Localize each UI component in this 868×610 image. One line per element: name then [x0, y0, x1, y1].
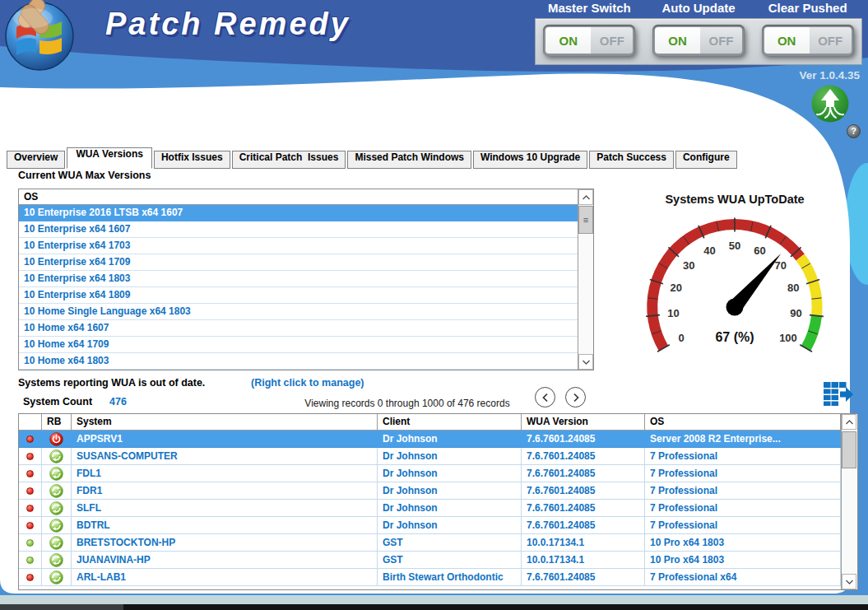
system-cell: ARL-LAB1	[72, 569, 378, 586]
svg-text:20: 20	[670, 282, 681, 294]
systems-table-body: APPSRV1 Dr Johnson 7.6.7601.24085 Server…	[19, 431, 857, 586]
table-row-susans-computer[interactable]: SUSANS-COMPUTER Dr Johnson 7.6.7601.2408…	[19, 448, 857, 465]
table-row-slfl[interactable]: SLFL Dr Johnson 7.6.7601.24085 7 Profess…	[19, 500, 857, 517]
toggle-switch-clear-pushed[interactable]: ON OFF	[762, 25, 854, 56]
os-column-header[interactable]: OS	[645, 414, 841, 430]
system-cell: BRETSTOCKTON-HP	[72, 534, 378, 552]
next-page-button[interactable]	[565, 387, 586, 407]
table-row-juanavina-hp[interactable]: JUANAVINA-HP GST 10.0.17134.1 10 Pro x64…	[19, 552, 857, 569]
scroll-down-icon[interactable]	[578, 354, 593, 370]
out-of-date-label: Systems reporting WUA is out of date.	[18, 377, 205, 389]
svg-text:40: 40	[703, 244, 715, 257]
table-row-fdl1[interactable]: FDL1 Dr Johnson 7.6.7601.24085 7 Profess…	[19, 465, 857, 482]
os-version-item[interactable]: 10 Home Single Language x64 1803	[19, 304, 578, 320]
wua-version-cell: 7.6.7601.24085	[522, 569, 645, 586]
reboot-icon[interactable]	[42, 517, 72, 534]
toggle-switch-master-switch[interactable]: ON OFF	[543, 25, 635, 56]
client-column-header[interactable]: Client	[378, 414, 522, 430]
os-version-item[interactable]: 10 Home x64 1607	[19, 320, 578, 337]
switch-row: Master Switch ON OFF Auto Update ON OFF …	[535, 1, 862, 67]
system-column-header[interactable]: System	[72, 414, 378, 430]
toggle-on-side[interactable]: ON	[545, 27, 591, 54]
prev-page-button[interactable]	[535, 387, 555, 407]
systems-table: RB System Client WUA Version OS APPSRV1 …	[18, 413, 858, 590]
client-cell: Birth Stewart Orthodontic	[378, 569, 522, 586]
toggle-on-side[interactable]: ON	[764, 27, 810, 54]
system-cell: FDL1	[72, 465, 378, 482]
reboot-icon[interactable]	[42, 482, 72, 500]
svg-text:90: 90	[790, 307, 801, 319]
tab-patch-success[interactable]: Patch Success	[589, 151, 674, 169]
help-icon[interactable]: ?	[847, 124, 861, 138]
reboot-icon[interactable]	[42, 552, 72, 569]
table-row-fdr1[interactable]: FDR1 Dr Johnson 7.6.7601.24085 7 Profess…	[19, 482, 857, 500]
os-list-scrollbar[interactable]: ≡	[578, 189, 593, 370]
export-table-icon[interactable]	[823, 380, 854, 407]
toggle-off-side[interactable]: OFF	[810, 27, 852, 54]
os-version-item[interactable]: 10 Home x64 1803	[19, 353, 578, 370]
os-version-listbox: OS 10 Enterprise 2016 LTSB x64 160710 En…	[18, 189, 594, 370]
chevron-right-icon	[572, 393, 580, 403]
os-list-header[interactable]: OS	[19, 189, 578, 205]
switch-column: Clear Pushed ON OFF	[753, 1, 862, 67]
os-version-item[interactable]: 10 Enterprise x64 1703	[19, 238, 578, 254]
tab-hotfix-issues[interactable]: Hotfix Issues	[154, 151, 230, 169]
status-dot	[26, 556, 34, 564]
scroll-up-icon[interactable]	[578, 189, 593, 205]
os-version-item[interactable]: 10 Enterprise x64 1709	[19, 254, 578, 271]
os-version-item[interactable]: 10 Enterprise 2016 LTSB x64 1607	[19, 205, 578, 221]
table-row-appsrv1[interactable]: APPSRV1 Dr Johnson 7.6.7601.24085 Server…	[19, 431, 857, 448]
status-column-header[interactable]	[19, 414, 42, 430]
scroll-up-icon[interactable]	[842, 414, 856, 430]
wua-version-column-header[interactable]: WUA Version	[522, 414, 645, 430]
switch-column: Master Switch ON OFF	[535, 1, 644, 67]
os-version-item[interactable]: 10 Home x64 1709	[19, 337, 578, 353]
reboot-icon[interactable]	[42, 465, 72, 482]
reboot-icon[interactable]	[42, 534, 72, 552]
wua-version-cell: 7.6.7601.24085	[522, 431, 645, 448]
toggle-off-side[interactable]: OFF	[591, 27, 633, 54]
reboot-icon[interactable]	[42, 500, 72, 517]
svg-text:0: 0	[678, 332, 684, 344]
scroll-thumb[interactable]	[842, 431, 856, 468]
scroll-down-icon[interactable]	[842, 574, 856, 589]
tab-wua-versions[interactable]: WUA Versions	[67, 147, 152, 169]
toggle-switch-auto-update[interactable]: ON OFF	[652, 25, 745, 56]
os-cell: 7 Professional x64	[645, 569, 841, 586]
table-row-arl-lab1[interactable]: ARL-LAB1 Birth Stewart Orthodontic 7.6.7…	[19, 569, 857, 586]
client-cell: Dr Johnson	[378, 517, 522, 534]
tab-windows-10-upgrade[interactable]: Windows 10 Upgrade	[473, 151, 587, 169]
status-dot	[26, 539, 34, 547]
os-version-item[interactable]: 10 Enterprise x64 1809	[19, 287, 578, 304]
reboot-icon[interactable]	[42, 431, 72, 448]
toggle-off-side[interactable]: OFF	[700, 27, 742, 54]
system-cell: SUSANS-COMPUTER	[72, 448, 378, 465]
rb-column-header[interactable]: RB	[42, 414, 72, 430]
scroll-thumb[interactable]: ≡	[578, 206, 593, 234]
refresh-icon	[49, 536, 63, 550]
os-version-item[interactable]: 10 Enterprise x64 1607	[19, 221, 578, 238]
switch-label: Auto Update	[661, 1, 735, 16]
refresh-icon	[49, 449, 63, 463]
tab-configure[interactable]: Configure	[675, 151, 737, 169]
os-version-item[interactable]: 10 Enterprise x64 1803	[19, 271, 578, 287]
wua-version-cell: 10.0.17134.1	[522, 534, 645, 552]
os-cell: 7 Professional	[645, 448, 841, 465]
client-cell: Dr Johnson	[378, 465, 522, 482]
table-scrollbar[interactable]	[841, 414, 857, 589]
tab-critical-patch-issues[interactable]: Critical Patch Issues	[232, 151, 346, 169]
reboot-icon[interactable]	[42, 448, 72, 465]
refresh-icon	[49, 519, 63, 533]
tab-overview[interactable]: Overview	[7, 151, 65, 169]
squid-update-icon[interactable]	[811, 85, 849, 123]
tab-missed-patch-windows[interactable]: Missed Patch Windows	[347, 151, 471, 169]
patch-remedy-window: Patch Remedy Master Switch ON OFF Auto U…	[0, 0, 868, 610]
system-cell: APPSRV1	[72, 431, 378, 448]
table-row-bdtrl[interactable]: BDTRL Dr Johnson 7.6.7601.24085 7 Profes…	[19, 517, 857, 534]
refresh-icon	[49, 467, 63, 481]
toggle-on-side[interactable]: ON	[655, 27, 700, 54]
table-row-bretstockton-hp[interactable]: BRETSTOCKTON-HP GST 10.0.17134.1 10 Pro …	[19, 534, 857, 552]
reboot-icon[interactable]	[42, 569, 72, 586]
status-dot	[26, 522, 34, 529]
switch-group: Master Switch ON OFF Auto Update ON OFF …	[535, 1, 864, 67]
